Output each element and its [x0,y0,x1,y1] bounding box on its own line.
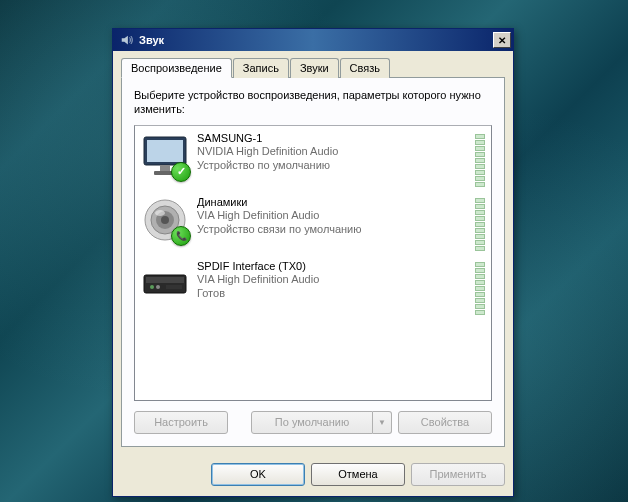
device-row[interactable]: 📞 Динамики VIA High Definition Audio Уст… [137,193,489,257]
svg-rect-10 [146,277,184,283]
svg-point-8 [155,210,165,216]
device-row[interactable]: ✓ SAMSUNG-1 NVIDIA High Definition Audio… [137,129,489,193]
cancel-button[interactable]: Отмена [311,463,405,486]
ok-button[interactable]: OK [211,463,305,486]
instruction-text: Выберите устройство воспроизведения, пар… [134,88,492,117]
configure-button[interactable]: Настроить [134,411,228,434]
sound-icon [119,32,135,48]
tab-playback[interactable]: Воспроизведение [121,58,232,78]
level-meter [475,198,485,251]
device-status: Готов [197,287,469,301]
properties-button[interactable]: Свойства [398,411,492,434]
device-driver: NVIDIA High Definition Audio [197,145,469,159]
device-name: Динамики [197,196,469,210]
window-title: Звук [139,34,493,46]
level-meter [475,262,485,315]
svg-point-12 [156,285,160,289]
tab-content: Выберите устройство воспроизведения, пар… [121,77,505,447]
device-name: SPDIF Interface (TX0) [197,260,469,274]
monitor-icon: ✓ [141,132,189,180]
comm-default-badge-icon: 📞 [171,226,191,246]
device-row[interactable]: SPDIF Interface (TX0) VIA High Definitio… [137,257,489,321]
svg-point-11 [150,285,154,289]
svg-rect-2 [160,165,170,171]
set-default-split-button[interactable]: По умолчанию ▼ [251,411,392,434]
device-list[interactable]: ✓ SAMSUNG-1 NVIDIA High Definition Audio… [134,125,492,401]
svg-rect-13 [166,285,182,289]
spdif-icon [141,260,189,308]
tab-recording[interactable]: Запись [233,58,289,78]
device-status: Устройство по умолчанию [197,159,469,173]
dialog-button-row: OK Отмена Применить [113,455,513,496]
default-badge-icon: ✓ [171,162,191,182]
device-info: SAMSUNG-1 NVIDIA High Definition Audio У… [197,132,469,173]
device-info: SPDIF Interface (TX0) VIA High Definitio… [197,260,469,301]
tab-sounds[interactable]: Звуки [290,58,339,78]
chevron-down-icon[interactable]: ▼ [373,411,392,434]
apply-button[interactable]: Применить [411,463,505,486]
speaker-icon: 📞 [141,196,189,244]
set-default-button[interactable]: По умолчанию [251,411,373,434]
device-status: Устройство связи по умолчанию [197,223,469,237]
device-info: Динамики VIA High Definition Audio Устро… [197,196,469,237]
level-meter [475,134,485,187]
svg-point-7 [161,216,169,224]
tab-comms[interactable]: Связь [340,58,390,78]
device-name: SAMSUNG-1 [197,132,469,146]
device-driver: VIA High Definition Audio [197,273,469,287]
device-driver: VIA High Definition Audio [197,209,469,223]
sound-dialog: Звук ✕ Воспроизведение Запись Звуки Связ… [112,28,514,497]
close-button[interactable]: ✕ [493,32,511,48]
dialog-body: Воспроизведение Запись Звуки Связь Выбер… [113,51,513,455]
svg-rect-1 [147,140,183,162]
tab-strip: Воспроизведение Запись Звуки Связь [121,57,505,77]
title-bar[interactable]: Звук ✕ [113,29,513,51]
content-button-row: Настроить По умолчанию ▼ Свойства [134,411,492,434]
